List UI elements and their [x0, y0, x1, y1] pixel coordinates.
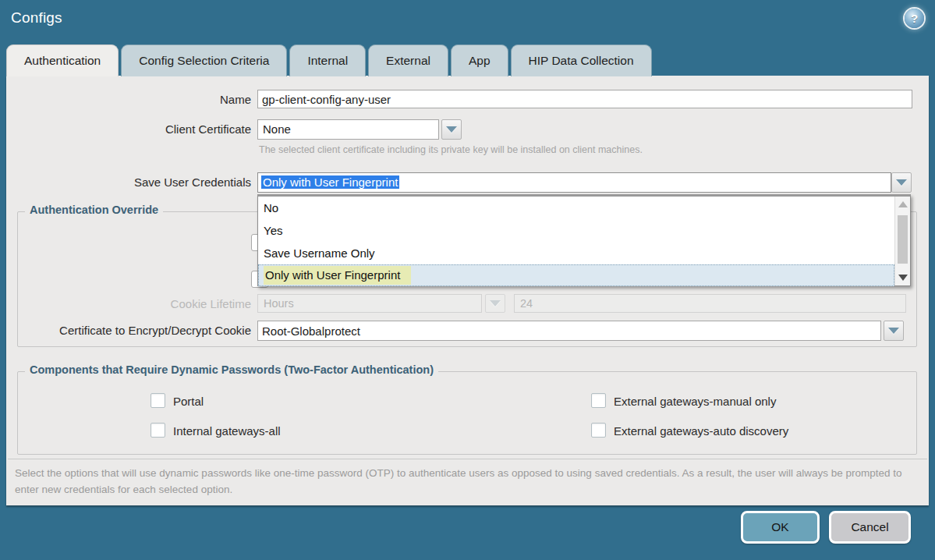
tab-app[interactable]: App [451, 44, 508, 76]
internal-gateways-all-checkbox[interactable] [151, 423, 165, 438]
save-user-credentials-selected-text: Only with User Fingerprint [261, 175, 399, 189]
cookie-lifetime-value-input: 24 [514, 294, 906, 313]
dropdown-option-highlighted-text: Only with User Fingerprint [264, 266, 411, 285]
dropdown-scrollbar[interactable] [894, 197, 910, 285]
scroll-down-icon[interactable] [898, 275, 908, 281]
tab-external[interactable]: External [368, 44, 448, 76]
cookie-lifetime-label: Cookie Lifetime [6, 297, 251, 310]
cookie-lifetime-dropdown-button [485, 294, 505, 313]
external-gateways-auto-discovery-checkbox[interactable] [591, 423, 606, 438]
dynamic-passwords-note: Select the options that will use dynamic… [8, 459, 927, 498]
save-user-credentials-dropdown-list: No Yes Save Username Only Only with User… [257, 194, 911, 286]
help-icon[interactable]: ? [905, 9, 924, 28]
cookie-lifetime-unit-value: Hours [264, 297, 294, 310]
save-user-credentials-dropdown-button[interactable] [891, 172, 912, 193]
chevron-down-icon [888, 328, 899, 334]
cancel-button[interactable]: Cancel [829, 511, 911, 544]
ok-button[interactable]: OK [741, 511, 820, 544]
question-mark-glyph: ? [911, 12, 918, 24]
cookie-lifetime-value: 24 [520, 297, 533, 310]
scroll-up-icon[interactable] [898, 201, 908, 207]
cert-encrypt-cookie-dropdown-button[interactable] [884, 321, 904, 341]
client-certificate-dropdown-button[interactable] [441, 119, 462, 140]
cert-encrypt-cookie-label: Certificate to Encrypt/Decrypt Cookie [6, 324, 251, 337]
tab-bar: Authentication Config Selection Criteria… [6, 44, 652, 76]
dropdown-option-save-username-only[interactable]: Save Username Only [258, 242, 894, 264]
external-gateways-manual-only-checkbox-label: External gateways-manual only [614, 395, 776, 408]
portal-checkbox[interactable] [151, 393, 165, 408]
components-legend: Components that Require Dynamic Password… [25, 363, 438, 376]
client-certificate-help-text: The selected client certificate includin… [259, 144, 643, 155]
external-gateways-auto-discovery-checkbox-label: External gateways-auto discovery [614, 424, 788, 438]
tab-hip-data-collection[interactable]: HIP Data Collection [511, 44, 652, 76]
cookie-lifetime-unit-select: Hours [257, 294, 482, 313]
dialog-title: Configs [11, 9, 62, 27]
client-certificate-label: Client Certificate [6, 122, 251, 136]
cert-encrypt-cookie-input[interactable] [257, 321, 881, 341]
tab-authentication[interactable]: Authentication [6, 44, 119, 76]
external-gateways-manual-only-checkbox[interactable] [591, 393, 606, 408]
chevron-down-icon [446, 126, 457, 133]
save-user-credentials-label: Save User Credentials [6, 175, 251, 189]
authentication-tab-panel: Name Client Certificate None The selecte… [6, 76, 929, 505]
save-user-credentials-combobox[interactable]: Only with User Fingerprint [257, 172, 891, 193]
dropdown-option-yes[interactable]: Yes [258, 219, 894, 242]
internal-gateways-all-checkbox-label: Internal gateways-all [173, 424, 281, 438]
client-certificate-value: None [263, 122, 291, 136]
name-input[interactable] [257, 90, 912, 108]
dropdown-option-no[interactable]: No [258, 197, 894, 219]
dropdown-option-only-with-user-fingerprint[interactable]: Only with User Fingerprint [258, 264, 894, 286]
portal-checkbox-label: Portal [173, 395, 204, 408]
components-group [17, 371, 917, 455]
client-certificate-select[interactable]: None [257, 119, 439, 140]
name-label: Name [6, 93, 251, 106]
scrollbar-thumb[interactable] [898, 215, 908, 264]
chevron-down-icon [896, 179, 907, 186]
chevron-down-icon [490, 300, 501, 307]
tab-internal[interactable]: Internal [289, 44, 366, 76]
tab-config-selection-criteria[interactable]: Config Selection Criteria [121, 44, 287, 76]
authentication-override-legend: Authentication Override [25, 204, 163, 216]
